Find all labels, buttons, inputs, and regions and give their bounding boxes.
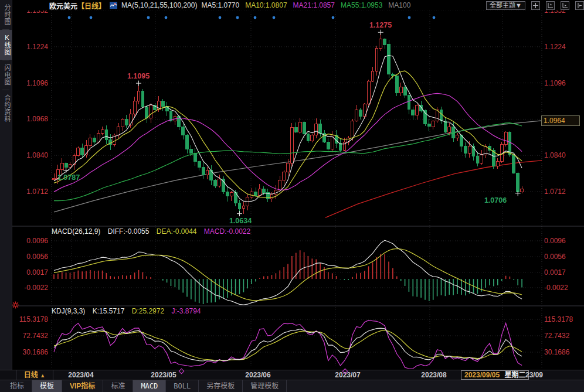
macd-histogram (54, 250, 522, 304)
date-label: 2023/06 (245, 370, 270, 380)
date-label: 2023/05 (151, 370, 176, 380)
tab-save-template[interactable]: 另存模板 (199, 380, 243, 392)
price-extreme-annotation: 1.1275 (365, 21, 396, 29)
sidebar: 分时图K线图闪电图合约资料 (0, 0, 12, 370)
macd-diff-value: DIFF:-0.0055 (108, 227, 150, 236)
macd-axis-label: 0.0096 (544, 237, 582, 245)
sidebar-tab-flash[interactable]: 闪电图 (0, 60, 12, 90)
date-label: 2023/04 (68, 370, 93, 380)
kdj-title: KDJ(9,3,3) (52, 307, 85, 315)
bottom-tab-bar: 指标模板VIP指标标准MACDBOLL另存模板管理模板 (0, 380, 584, 392)
macd-axis-label: 0.0017 (15, 268, 48, 277)
sidebar-tab-kline[interactable]: K线图 (0, 30, 12, 60)
current-date-box: 2023/09/05 星期二 (461, 370, 529, 380)
period-selector[interactable]: 日线 ▲ (16, 370, 53, 380)
end-date-label: 23/09 (525, 370, 543, 380)
macd-title: MACD(26,12,9) (52, 227, 100, 236)
tab-macd[interactable]: MACD (133, 380, 166, 392)
chart-type-icon[interactable] (110, 2, 117, 9)
price-extreme-annotation: 1.1095 (123, 72, 154, 80)
ma-values: MA5:1.0770MA10:1.0807MA21:1.0857MA55:1.0… (201, 1, 416, 9)
price-extreme-annotation: 1.0787 (53, 173, 84, 182)
ma-value-label: MA100 (388, 1, 410, 9)
price-extreme-annotation: 1.0634 (225, 217, 256, 225)
tab-manage-template[interactable]: 管理模板 (243, 380, 287, 392)
current-date: 2023/09/05 (464, 371, 500, 379)
ma-value-label: MA55:1.0953 (341, 1, 382, 9)
ma-value-label: MA5:1.0770 (201, 1, 239, 9)
kdj-axis-label: 72.7432 (15, 332, 48, 340)
kdj-axis-label: 72.7432 (544, 332, 582, 340)
price-axis-label: 1.0968 (15, 115, 48, 123)
macd-macd-value: MACD:-0.0022 (204, 227, 250, 236)
symbol-name: 欧元美元 (49, 1, 77, 11)
trading-app-window: 分时图K线图闪电图合约资料 欧元美元 【日线】 MA(5,10,21,55,10… (0, 0, 584, 392)
event-dots[interactable] (68, 16, 436, 19)
kdj-axis-label: 115.3178 (544, 315, 582, 323)
price-axis-label: 1.0712 (15, 188, 48, 196)
tab-templates[interactable]: 模板 (32, 380, 62, 392)
theme-dropdown-button[interactable]: 全部主题▼ (486, 1, 525, 10)
price-extreme-annotation: 1.0706 (480, 196, 511, 204)
chart-header: 欧元美元 【日线】 MA(5,10,21,55,100,200) MA5:1.0… (12, 0, 584, 11)
kdj-k-value: K:15.5717 (93, 307, 125, 315)
macd-axis-label: -0.0022 (15, 284, 48, 292)
date-label: 2023/07 (335, 370, 360, 380)
macd-axis-label: -0.0022 (544, 284, 582, 292)
price-axis-label: 1.1224 (15, 43, 48, 51)
macd-axis-label: 0.0056 (15, 253, 48, 261)
sidebar-tab-contract-info[interactable]: 合约资料 (0, 90, 12, 127)
date-axis: 日线 ▲ 2023/042023/052023/062023/072023/08… (0, 370, 584, 380)
kdj-axis-label: 30.1686 (544, 348, 582, 356)
axis-scale-icon[interactable] (546, 1, 555, 10)
kdj-panel-header: KDJ(9,3,3) K:15.5717 D:25.2972 J:-3.8794 (52, 307, 206, 315)
ma-value-label: MA21:1.0857 (293, 1, 335, 9)
macd-dea-value: DEA:-0.0044 (157, 227, 197, 236)
kdj-j-value: J:-3.8794 (172, 307, 201, 315)
current-weekday: 星期二 (504, 371, 525, 379)
price-axis-label: 1.0840 (15, 151, 48, 159)
ma-settings-label: MA(5,10,21,55,100,200) (121, 1, 197, 9)
kdj-d-value: D:25.2972 (132, 307, 164, 315)
macd-panel-header: MACD(26,12,9) DIFF:-0.0055 DEA:-0.0044 M… (52, 227, 256, 236)
tab-indicators[interactable]: 指标 (2, 380, 32, 392)
period-selector-label: 日线 (24, 371, 38, 379)
indicator-settings-icon[interactable] (12, 301, 19, 311)
price-axis-label: 1.1096 (544, 79, 582, 87)
period-label: 【日线】 (77, 1, 106, 11)
ma-value-label: MA10:1.0807 (245, 1, 287, 9)
triangle-up-icon: ▲ (40, 373, 45, 379)
macd-axis-label: 0.0096 (15, 237, 48, 245)
date-label: 2023/08 (421, 370, 446, 380)
tab-boll[interactable]: BOLL (166, 380, 199, 392)
price-axis-label: 1.1096 (15, 79, 48, 87)
kdj-axis-label: 30.1686 (15, 348, 48, 356)
price-axis-label: 1.0712 (544, 188, 582, 196)
tab-standard[interactable]: 标准 (103, 380, 133, 392)
macd-axis-label: 0.0056 (544, 253, 582, 261)
pan-right-icon[interactable] (575, 1, 584, 10)
crosshair-icon[interactable] (531, 1, 540, 10)
price-axis-label: 1.1224 (544, 43, 582, 51)
current-price-tag: 1.0964 (541, 115, 580, 126)
kdj-axis-label: 115.3178 (15, 315, 48, 323)
sidebar-tab-time-share[interactable]: 分时图 (0, 0, 12, 29)
axis-expand-icon[interactable] (561, 1, 569, 10)
tab-vip-indicators[interactable]: VIP指标 (62, 380, 103, 392)
price-axis-label: 1.0840 (544, 151, 582, 159)
macd-axis-label: 0.0017 (544, 268, 582, 277)
